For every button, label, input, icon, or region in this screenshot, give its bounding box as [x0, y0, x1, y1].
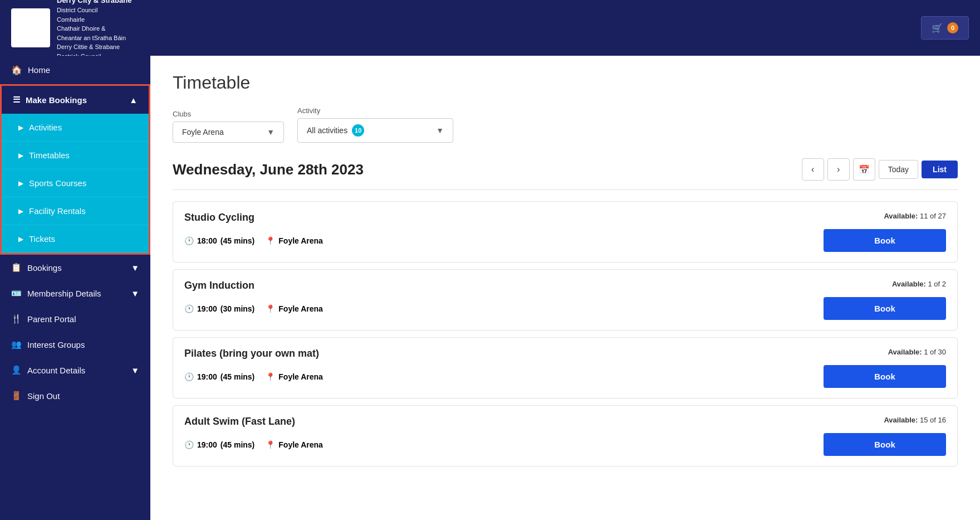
prev-day-button[interactable]: ‹ [802, 158, 824, 181]
sidebar-home-label: Home [28, 65, 50, 75]
book-button-0[interactable]: Book [824, 229, 946, 252]
activity-select[interactable]: All activities 10 ▼ [297, 118, 453, 143]
arrow-icon: ▶ [18, 124, 23, 132]
card-top-2: Pilates (bring your own mat) Available: … [184, 348, 946, 359]
sidebar-item-account-details[interactable]: 👤 Account Details ▼ [0, 357, 150, 383]
meta-location-3: 📍 Foyle Arena [266, 440, 323, 449]
duration-value-0: (45 mins) [220, 236, 254, 245]
date-heading: Wednesday, June 28th 2023 [173, 161, 364, 178]
card-meta-3: 🕐 19:00 (45 mins) 📍 Foyle Arena [184, 440, 323, 449]
sidebar-item-membership-details[interactable]: 🪪 Membership Details ▼ [0, 280, 150, 306]
clock-icon-0: 🕐 [184, 236, 194, 245]
sidebar-item-make-bookings[interactable]: ☰ Make Bookings ▲ [2, 86, 149, 114]
arrow-icon-5: ▶ [18, 235, 23, 243]
parent-portal-icon: 🍴 [11, 314, 22, 324]
clubs-select[interactable]: Foyle Arena ▼ [173, 122, 284, 143]
cart-button[interactable]: 🛒 0 [921, 16, 969, 40]
membership-details-label: Membership Details [27, 289, 101, 298]
activity-label: Activity [297, 106, 453, 115]
sidebar-item-home[interactable]: 🏠 Home [0, 56, 150, 84]
sidebar-item-bookings[interactable]: 📋 Bookings ▼ [0, 255, 150, 280]
account-icon: 👤 [11, 365, 22, 375]
card-top-1: Gym Induction Available: 1 of 2 [184, 280, 946, 291]
membership-icon: 🪪 [11, 288, 22, 298]
card-meta-2: 🕐 19:00 (45 mins) 📍 Foyle Arena [184, 372, 323, 381]
chevron-down-icon-2: ▼ [131, 289, 139, 298]
activity-name-2: Pilates (bring your own mat) [184, 348, 319, 359]
activity-list: Studio Cycling Available: 11 of 27 🕐 18:… [173, 201, 958, 466]
time-value-2: 19:00 [197, 372, 217, 381]
logo: Derry City & Strabane District Council C… [11, 0, 131, 61]
card-meta-1: 🕐 19:00 (30 mins) 📍 Foyle Arena [184, 304, 323, 313]
sidebar-item-activities[interactable]: ▶ Activities [2, 114, 149, 142]
location-icon-3: 📍 [266, 440, 275, 449]
layout: 🏠 Home ☰ Make Bookings ▲ ▶ Activities ▶ … [0, 56, 980, 520]
duration-value-3: (45 mins) [220, 440, 254, 449]
sidebar-item-interest-groups[interactable]: 👥 Interest Groups [0, 332, 150, 357]
arrow-icon-3: ▶ [18, 179, 23, 187]
bookings-label: Bookings [27, 263, 62, 273]
location-icon-2: 📍 [266, 372, 275, 381]
duration-value-1: (30 mins) [220, 304, 254, 313]
make-bookings-submenu: ▶ Activities ▶ Timetables ▶ Sports Cours… [2, 114, 149, 253]
clock-icon-1: 🕐 [184, 304, 194, 313]
chevron-down-icon: ▼ [131, 263, 139, 273]
sidebar-item-timetables[interactable]: ▶ Timetables [2, 142, 149, 169]
sign-out-label: Sign Out [27, 391, 60, 401]
calendar-button[interactable]: 📅 [853, 158, 875, 181]
availability-0: Available: 11 of 27 [884, 212, 946, 220]
activity-card: Gym Induction Available: 1 of 2 🕐 19:00 … [173, 269, 958, 331]
timetables-label: Timetables [29, 150, 70, 160]
chevron-down-icon-4: ▼ [267, 128, 275, 137]
clubs-label: Clubs [173, 110, 284, 118]
bookings-icon: ☰ [13, 95, 20, 105]
meta-time-1: 🕐 19:00 (30 mins) [184, 304, 254, 313]
card-top-3: Adult Swim (Fast Lane) Available: 15 of … [184, 416, 946, 427]
sidebar-item-parent-portal[interactable]: 🍴 Parent Portal [0, 306, 150, 332]
activity-card: Studio Cycling Available: 11 of 27 🕐 18:… [173, 201, 958, 263]
sidebar-item-sports-courses[interactable]: ▶ Sports Courses [2, 169, 149, 197]
interest-groups-label: Interest Groups [27, 340, 85, 349]
sidebar-item-tickets[interactable]: ▶ Tickets [2, 225, 149, 253]
main-content: Timetable Clubs Foyle Arena ▼ Activity A… [150, 56, 980, 520]
sidebar-item-facility-rentals[interactable]: ▶ Facility Rentals [2, 197, 149, 225]
arrow-icon-2: ▶ [18, 152, 23, 159]
chevron-down-icon-3: ▼ [131, 366, 139, 375]
header: Derry City & Strabane District Council C… [0, 0, 980, 56]
today-button[interactable]: Today [879, 160, 918, 179]
activity-badge: 10 [352, 124, 364, 137]
filters-row: Clubs Foyle Arena ▼ Activity All activit… [173, 106, 958, 143]
card-bottom-2: 🕐 19:00 (45 mins) 📍 Foyle Arena Book [184, 365, 946, 388]
logo-text: Derry City & Strabane District Council C… [57, 0, 131, 61]
location-icon-0: 📍 [266, 236, 275, 245]
sidebar-item-sign-out[interactable]: 🚪 Sign Out [0, 383, 150, 409]
cart-icon: 🛒 [932, 23, 943, 33]
meta-location-2: 📍 Foyle Arena [266, 372, 323, 381]
time-value-0: 18:00 [197, 236, 217, 245]
location-value-0: Foyle Arena [278, 236, 323, 245]
parent-portal-label: Parent Portal [27, 314, 76, 324]
home-icon: 🏠 [11, 65, 22, 75]
book-button-2[interactable]: Book [824, 365, 946, 388]
clock-icon-3: 🕐 [184, 440, 194, 449]
activity-card: Pilates (bring your own mat) Available: … [173, 337, 958, 398]
activity-filter-group: Activity All activities 10 ▼ [297, 106, 453, 143]
activity-name-3: Adult Swim (Fast Lane) [184, 416, 295, 427]
clock-icon-2: 🕐 [184, 372, 194, 381]
card-bottom-1: 🕐 19:00 (30 mins) 📍 Foyle Arena Book [184, 297, 946, 320]
book-button-1[interactable]: Book [824, 297, 946, 320]
next-day-button[interactable]: › [827, 158, 850, 181]
account-details-label: Account Details [27, 366, 85, 375]
activity-card: Adult Swim (Fast Lane) Available: 15 of … [173, 405, 958, 466]
activity-value: All activities [307, 126, 347, 135]
book-button-3[interactable]: Book [824, 433, 946, 456]
meta-time-0: 🕐 18:00 (45 mins) [184, 236, 254, 245]
chevron-down-icon-5: ▼ [436, 126, 444, 135]
tickets-label: Tickets [29, 234, 55, 244]
list-button[interactable]: List [922, 161, 958, 178]
facility-rentals-label: Facility Rentals [29, 206, 86, 216]
card-bottom-3: 🕐 19:00 (45 mins) 📍 Foyle Arena Book [184, 433, 946, 456]
availability-3: Available: 15 of 16 [884, 416, 946, 424]
logo-icon [11, 8, 50, 47]
sports-courses-label: Sports Courses [29, 178, 86, 188]
